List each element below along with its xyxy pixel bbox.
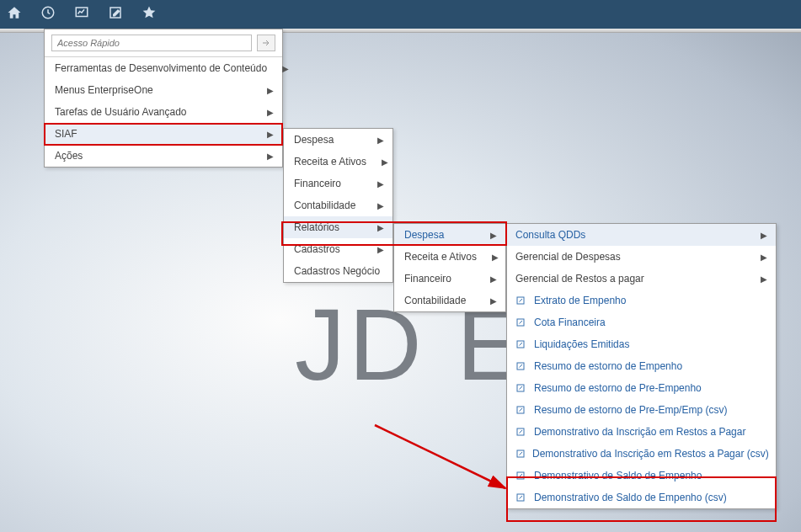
chevron-right-icon: ▶ — [267, 86, 274, 95]
edit-icon[interactable] — [108, 5, 123, 24]
menu-item-label: Ações — [55, 150, 252, 162]
chevron-right-icon: ▶ — [267, 130, 274, 139]
menu2-item-financeiro[interactable]: Financeiro ▶ — [284, 173, 392, 194]
menu3-item-receita[interactable]: Receita e Ativos ▶ — [394, 246, 505, 268]
menu-item-label: Contabilidade — [294, 200, 362, 211]
menu4-item-demo-inscricao-restos-csv[interactable]: Demonstrativo da Inscrição em Restos a P… — [507, 443, 776, 465]
chevron-right-icon: ▶ — [761, 231, 767, 240]
report-icon — [515, 449, 526, 459]
menu-item-label: SIAF — [55, 128, 252, 140]
chevron-right-icon: ▶ — [492, 253, 499, 262]
menu4-item-cota-financeira[interactable]: Cota Financeira — [507, 311, 776, 333]
menu-item-label: Gerencial de Despesas — [515, 251, 745, 263]
chevron-right-icon: ▶ — [377, 245, 384, 254]
home-icon[interactable] — [7, 5, 22, 24]
menu-item-label: Resumo de estorno de Empenho — [534, 360, 767, 372]
menu4-item-resumo-estorno-pre-empenho[interactable]: Resumo de estorno de Pre-Empenho — [507, 377, 776, 399]
menu2-item-cadastros-negocio[interactable]: Cadastros Negócio ▶ — [284, 260, 392, 282]
quick-access-input[interactable] — [51, 35, 252, 51]
svg-line-13 — [375, 425, 505, 488]
menu-item-label: Relatórios — [294, 221, 362, 233]
report-icon — [515, 471, 527, 481]
menu2-item-relatorios[interactable]: Relatórios ▶ — [284, 216, 392, 238]
chevron-right-icon: ▶ — [377, 201, 384, 210]
menu4-item-demo-saldo-empenho[interactable]: Demonstrativo de Saldo de Empenho — [507, 465, 776, 487]
menu-item-label: Consulta QDDs — [515, 229, 745, 241]
menu-item-label: Cadastros Negócio — [294, 265, 380, 277]
chevron-right-icon: ▶ — [490, 296, 497, 306]
menu3-item-despesa[interactable]: Despesa ▶ — [394, 224, 505, 246]
chevron-right-icon: ▶ — [267, 108, 274, 117]
menu3-item-contabilidade[interactable]: Contabilidade ▶ — [394, 290, 505, 311]
menu4-item-demo-saldo-empenho-csv[interactable]: Demonstrativo de Saldo de Empenho (csv) — [507, 487, 776, 508]
chevron-right-icon: ▶ — [267, 152, 274, 161]
menu-item-label: Demonstrativo de Saldo de Empenho (csv) — [534, 492, 767, 503]
menu-item-label: Contabilidade — [404, 295, 475, 306]
menu2-item-cadastros[interactable]: Cadastros ▶ — [284, 238, 392, 260]
menu-item-label: Gerencial de Restos a pagar — [515, 273, 745, 285]
menu-item-label: Liquidações Emitidas — [534, 338, 767, 350]
report-icon — [515, 383, 527, 393]
menu-item-label: Resumo de estorno de Pre-Empenho — [534, 382, 767, 394]
menu-level-2: Despesa ▶ Receita e Ativos ▶ Financeiro … — [283, 128, 393, 283]
red-arrow-annotation — [371, 421, 522, 505]
chevron-right-icon: ▶ — [377, 223, 384, 232]
report-icon — [515, 427, 527, 437]
report-icon — [515, 317, 527, 327]
quick-access-go-button[interactable] — [257, 35, 275, 51]
menu4-item-resumo-estorno-csv[interactable]: Resumo de estorno de Pre-Emp/Emp (csv) — [507, 399, 776, 421]
menu-item-label: Demonstrativo da Inscrição em Restos a P… — [532, 448, 769, 460]
menu-item-label: Ferramentas de Desenvolvimento de Conteú… — [55, 62, 267, 74]
menu-item-label: Receita e Ativos — [294, 156, 366, 168]
menu4-item-gerencial-restos[interactable]: Gerencial de Restos a pagar ▶ — [507, 268, 776, 290]
top-toolbar — [0, 0, 801, 29]
menu-item-label: Receita e Ativos — [404, 251, 477, 263]
menu3-item-financeiro[interactable]: Financeiro ▶ — [394, 268, 505, 290]
menu2-item-receita[interactable]: Receita e Ativos ▶ — [284, 151, 392, 173]
report-icon — [515, 339, 527, 349]
menu-item-label: Despesa — [404, 229, 475, 241]
star-icon[interactable] — [142, 5, 157, 24]
menu-item-label: Tarefas de Usuário Avançado — [55, 106, 252, 118]
report-icon — [515, 295, 527, 306]
menu-item-label: Financeiro — [294, 178, 362, 189]
menu-item-label: Cadastros — [294, 243, 362, 255]
chevron-right-icon: ▶ — [761, 274, 767, 284]
menu-item-label: Despesa — [294, 134, 362, 146]
menu4-item-demo-inscricao-restos[interactable]: Demonstrativo da Inscrição em Restos a P… — [507, 421, 776, 443]
chart-icon[interactable] — [74, 5, 89, 24]
chevron-right-icon: ▶ — [382, 157, 388, 167]
menu4-item-consulta-qdds[interactable]: Consulta QDDs ▶ — [507, 224, 776, 246]
menu4-item-resumo-estorno-empenho[interactable]: Resumo de estorno de Empenho — [507, 355, 776, 377]
menu-level-1: Ferramentas de Desenvolvimento de Conteú… — [44, 29, 283, 168]
chevron-right-icon: ▶ — [490, 274, 497, 284]
menu1-item-ferramentas[interactable]: Ferramentas de Desenvolvimento de Conteú… — [45, 57, 282, 79]
menu-item-label: Financeiro — [404, 273, 475, 285]
menu-item-label: Demonstrativo de Saldo de Empenho — [534, 470, 767, 481]
menu4-item-gerencial-despesas[interactable]: Gerencial de Despesas ▶ — [507, 246, 776, 268]
menu-item-label: Resumo de estorno de Pre-Emp/Emp (csv) — [534, 404, 767, 416]
report-icon — [515, 361, 527, 371]
menu4-item-extrato-empenho[interactable]: Extrato de Empenho — [507, 290, 776, 311]
menu1-item-tarefas[interactable]: Tarefas de Usuário Avançado ▶ — [45, 101, 282, 123]
quick-access-row — [45, 29, 282, 57]
menu-item-label: Demonstrativo da Inscrição em Restos a P… — [534, 426, 767, 438]
menu-item-label: Extrato de Empenho — [534, 295, 767, 306]
menu1-item-siaf[interactable]: SIAF ▶ — [45, 123, 282, 145]
report-icon — [515, 405, 527, 415]
report-icon — [515, 492, 527, 503]
menu4-item-liquidacoes[interactable]: Liquidações Emitidas — [507, 333, 776, 355]
chevron-right-icon: ▶ — [282, 64, 289, 73]
menu2-item-contabilidade[interactable]: Contabilidade ▶ — [284, 194, 392, 216]
chevron-right-icon: ▶ — [490, 231, 497, 240]
menu1-item-menus-eone[interactable]: Menus EnterpriseOne ▶ — [45, 79, 282, 101]
clock-icon[interactable] — [40, 5, 56, 24]
menu1-item-acoes[interactable]: Ações ▶ — [45, 145, 282, 167]
menu-item-label: Menus EnterpriseOne — [55, 84, 252, 96]
menu-level-3: Despesa ▶ Receita e Ativos ▶ Financeiro … — [393, 223, 506, 312]
chevron-right-icon: ▶ — [377, 179, 384, 189]
chevron-right-icon: ▶ — [377, 136, 384, 145]
chevron-right-icon: ▶ — [761, 253, 767, 262]
menu-level-4: Consulta QDDs ▶ Gerencial de Despesas ▶ … — [506, 223, 777, 509]
menu2-item-despesa[interactable]: Despesa ▶ — [284, 129, 392, 151]
